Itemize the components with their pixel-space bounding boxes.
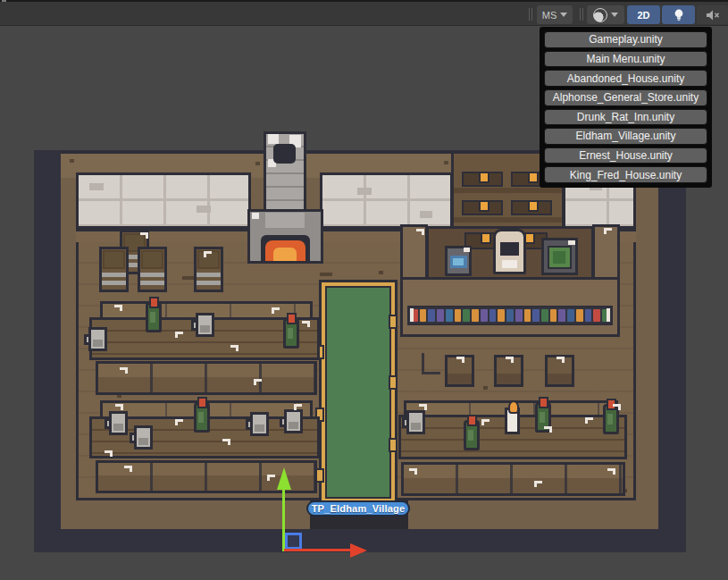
scene-button-ernest-house[interactable]: Ernest_House.unity [544, 147, 707, 164]
ms-dropdown-label: MS [542, 10, 557, 21]
scene-lighting-button[interactable] [662, 5, 695, 24]
scene-button-main-menu[interactable]: Main Menu.unity [544, 51, 707, 68]
scene-button-abandoned-house[interactable]: Abandoned_House.unity [544, 70, 707, 87]
carpet-runner [322, 282, 395, 502]
pixel-art-detail [410, 308, 414, 322]
bar-bottle [558, 309, 565, 322]
gizmo-y-arrowhead[interactable] [277, 467, 291, 490]
toggle-2d-label: 2D [637, 10, 649, 21]
scene-list-menu: Gameplay.unity Main Menu.unity Abandoned… [540, 27, 712, 188]
bar-bottle [446, 309, 453, 322]
pixel-art-detail [453, 258, 464, 265]
gizmo-plane-handle[interactable] [285, 533, 302, 550]
mug [109, 411, 128, 435]
carpet-trim-tab [389, 375, 397, 390]
scene-button-king-fred-house[interactable]: King_Fred_House.unity [544, 166, 707, 183]
pixel-art-detail [140, 273, 164, 277]
pixel-art-detail [454, 188, 562, 193]
light-bulb-icon [673, 8, 685, 21]
candle [505, 408, 520, 434]
gizmo-x-arrowhead[interactable] [350, 543, 367, 558]
napkin-mark [124, 466, 132, 472]
napkin-mark [204, 251, 212, 257]
shading-mode-dropdown[interactable] [587, 5, 624, 24]
scene-audio-button[interactable] [697, 5, 728, 24]
pixel-art-detail [197, 273, 221, 277]
bottle [146, 302, 162, 332]
pixel-art-detail [553, 251, 565, 264]
pixel-art-detail [197, 281, 221, 285]
pixel-art-detail [265, 213, 305, 228]
floor-speck [379, 271, 383, 274]
napkin-mark [556, 357, 565, 363]
bottle [464, 420, 480, 450]
mug [88, 327, 107, 351]
bar-bottle-row [407, 306, 613, 325]
napkin-mark [302, 321, 310, 327]
dining-bench [401, 462, 625, 496]
napkin-mark [409, 468, 417, 475]
bar-bottle [472, 309, 479, 322]
napkin-mark [613, 404, 621, 410]
pixel-art-detail [568, 240, 575, 245]
floor-speck [444, 161, 448, 164]
selected-object-label[interactable]: TP_Eldham_Village [306, 500, 410, 517]
pixel-art-detail [273, 248, 297, 261]
floor-speck [255, 162, 260, 165]
bar-bottle [455, 309, 462, 322]
toolbar-separator [529, 8, 530, 21]
cabinet-drawer [511, 200, 552, 215]
scene-button-gameplay[interactable]: Gameplay.unity [544, 31, 707, 48]
napkin-mark [534, 481, 542, 487]
scene-toolbar: MS 2D [0, 0, 728, 26]
napkin-mark [254, 379, 262, 385]
ms-dropdown[interactable]: MS [537, 5, 573, 24]
scene-button-eldham-village[interactable]: Eldham_Village.unity [544, 128, 707, 145]
bar-bottle [524, 309, 531, 322]
pixel-art-detail [102, 281, 126, 285]
gizmo-y-axis[interactable] [282, 489, 285, 551]
bar-bottle [593, 309, 600, 322]
napkin-mark [585, 417, 593, 424]
unity-scene-view: TP_Eldham_Village MS 2D [0, 0, 728, 580]
bar-bottle [576, 309, 583, 322]
toggle-2d-button[interactable]: 2D [627, 5, 660, 24]
bar-bottle [481, 309, 488, 322]
pixel-art-detail [500, 242, 519, 256]
bar-bottle [498, 309, 505, 322]
pixel-art-detail [102, 273, 126, 277]
bottle [283, 318, 299, 349]
bar-bottle [541, 309, 548, 322]
brick-patch [357, 188, 372, 195]
gizmo-x-axis[interactable] [284, 549, 350, 551]
brick-wall [320, 172, 453, 229]
napkin-mark [175, 332, 183, 338]
bar-bottle [490, 309, 497, 322]
pixel-art-detail [143, 252, 162, 267]
napkin-mark [114, 305, 122, 311]
floor-speck [483, 386, 488, 390]
scene-button-drunk-rat-inn[interactable]: Drunk_Rat_Inn.unity [544, 109, 707, 126]
bar-bottle [428, 309, 435, 322]
shaded-sphere-icon [593, 8, 607, 22]
chimney-hole [273, 144, 296, 164]
floor-speck [70, 159, 74, 163]
brick-patch [420, 211, 432, 218]
napkin-mark [267, 475, 275, 481]
audio-muted-icon [706, 10, 720, 21]
mug [406, 410, 425, 434]
pixel-art-detail [140, 281, 164, 285]
floor-speck [320, 273, 332, 276]
napkin-mark [481, 419, 490, 425]
storage-crate [99, 247, 129, 292]
napkin-mark [294, 404, 302, 410]
bar-bottle [463, 309, 470, 322]
floor-line [422, 353, 440, 374]
napkin-mark [544, 426, 552, 433]
bar-bottle [585, 309, 592, 322]
pixel-art-detail [252, 213, 259, 219]
dining-bench [96, 361, 317, 395]
cabinet-drawer [462, 200, 503, 215]
napkin-mark [222, 439, 230, 445]
scene-button-alphonse-general-store[interactable]: Alphonse_General_Store.unity [544, 89, 707, 106]
